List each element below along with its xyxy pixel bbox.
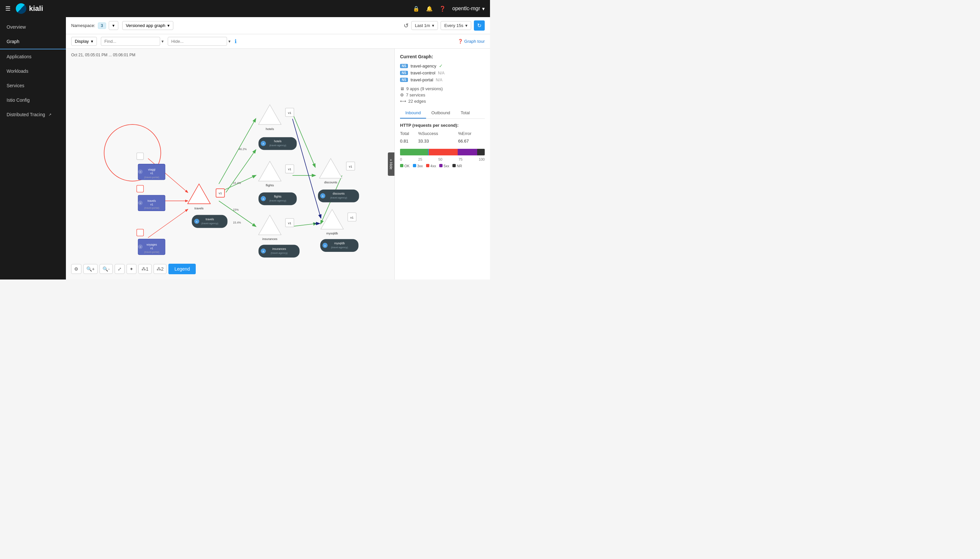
svg-text:(travel-agency): (travel-agency) [330,196,347,199]
namespace-box-button[interactable]: ✦ [126,264,136,274]
graph-type-dropdown[interactable]: Versioned app graph ▾ [122,21,173,30]
graph-area: Oct 21, 05:05:01 PM ... 05:06:01 PM [66,49,490,280]
node-travels-triangle[interactable] [188,184,211,204]
svg-text:A: A [263,198,264,200]
node-hotels-triangle[interactable] [258,105,281,124]
hide-input[interactable] [168,37,227,46]
svg-text:v1: v1 [288,167,291,171]
user-menu[interactable]: opentlc-mgr ▾ [453,6,485,12]
svg-text:(travel-portal): (travel-portal) [144,251,159,253]
edge-voyages-travels [148,209,187,238]
node-mysqldb-triangle[interactable] [321,209,344,229]
layout-button[interactable]: ⚙ [71,264,81,274]
bar-ok [400,149,428,155]
bar-5xx [458,149,477,155]
graph-canvas[interactable]: Oct 21, 05:05:01 PM ... 05:06:01 PM [66,49,395,280]
hide-dropdown-icon[interactable]: ▾ [228,39,230,44]
namespace-entry-travel-agency: NS travel-agency ✓ [400,63,485,68]
col-error: %Error [458,131,485,137]
graph-tour-label: Graph tour [464,39,485,44]
svg-text:v1: v1 [349,165,352,168]
display-label: Display [75,39,89,44]
time-range-dropdown[interactable]: Last 1m ▾ [411,21,438,30]
hide-panel-button[interactable]: » Hide [388,152,395,176]
user-dropdown-icon: ▾ [482,6,485,12]
node-flights-triangle[interactable] [258,161,281,181]
edge-label-154a: 15.4% [233,181,241,185]
svg-text:v1: v1 [288,221,291,225]
node-insurances-triangle[interactable] [258,215,281,235]
find-dropdown-icon[interactable]: ▾ [161,39,164,44]
node-voyages-svc[interactable] [137,229,144,236]
hamburger-menu[interactable]: ☰ [5,5,10,12]
sidebar-item-label: Istio Config [7,98,30,103]
svg-text:v1: v1 [350,216,353,219]
node-viaggi-svc[interactable] [137,153,144,160]
sidebar-item-distributed-tracing[interactable]: Distributed Tracing ↗ [0,108,66,122]
svg-text:travels: travels [148,199,156,202]
sidebar-item-label: Overview [7,24,26,30]
help-icon[interactable]: ❓ [439,6,446,12]
main-content: Namespace: 3 ▾ Versioned app graph ▾ ↺ L… [66,17,490,280]
node-travels-portal-svc[interactable] [137,185,144,192]
svg-text:A: A [196,221,198,223]
bar-label-25: 25 [418,157,422,161]
tab-outbound[interactable]: Outbound [426,108,455,119]
refresh-button[interactable]: ↻ [474,20,485,31]
apps-stat: 9 apps (9 versions) [406,86,443,91]
legend-button[interactable]: Legend [168,264,196,274]
ns-status-control: N/A [438,71,444,75]
svg-text:voyages: voyages [146,243,157,246]
bell-icon[interactable]: 🔔 [426,6,433,12]
svg-text:insurances: insurances [272,247,286,251]
ns-status-ok: ✓ [439,63,443,68]
graph-tour-link[interactable]: ❓ Graph tour [458,39,485,44]
zoom-in-button[interactable]: 🔍+ [83,264,98,274]
svg-text:(travel-portal): (travel-portal) [144,207,159,209]
http-title: HTTP (requests per second): [400,123,485,128]
zoom-out-button[interactable]: 🔍- [99,264,113,274]
panel-title: Current Graph: [400,54,485,59]
kiali-logo: kiali [16,3,43,14]
graph-controls: ⚙ 🔍+ 🔍- ⤢ ✦ ⁂1 ⁂2 Legend [71,264,196,274]
bar-track [400,149,485,155]
ns-status-portal: N/A [436,78,443,82]
info-icon[interactable]: ℹ [235,38,237,45]
val-total: 0.81 [400,137,418,145]
sidebar: Overview Graph Applications Workloads Se… [0,17,66,280]
tab-total[interactable]: Total [455,108,475,119]
ns-name-control: travel-control [411,71,435,75]
edges-icon: ⟷ [400,99,406,104]
sidebar-item-applications[interactable]: Applications [0,50,66,64]
display-dropdown[interactable]: Display ▾ [71,37,97,46]
sidebar-item-label: Services [7,83,24,88]
sidebar-item-graph[interactable]: Graph [0,34,66,50]
refresh-rate-dropdown[interactable]: Every 15s ▾ [441,21,471,30]
fit-button[interactable]: ⤢ [115,264,124,274]
sidebar-item-workloads[interactable]: Workloads [0,64,66,78]
legend-nr: NR [453,164,462,168]
node-discounts-triangle[interactable] [319,158,342,178]
panel-tabs: Inbound Outbound Total [400,108,485,119]
svg-text:+: + [140,246,141,248]
ns-badge-portal: NS [400,78,408,82]
ns-badge-control: NS [400,71,408,75]
cluster2-button[interactable]: ⁂2 [154,264,167,274]
sidebar-item-istio-config[interactable]: Istio Config [0,93,66,108]
graph-type-label: Versioned app graph [126,23,166,28]
bar-nr [477,149,485,155]
cluster1-button[interactable]: ⁂1 [138,264,152,274]
find-input[interactable] [101,37,160,46]
tab-inbound[interactable]: Inbound [400,108,426,119]
sidebar-item-services[interactable]: Services [0,78,66,93]
namespace-dropdown[interactable]: ▾ [109,21,118,30]
bar-4xx [429,149,458,155]
http-row: 0.81 33.33 66.67 [400,137,485,145]
time-refresh-icon[interactable]: ↺ [404,22,409,29]
graph-stats: 🖥 9 apps (9 versions) ⚙ 7 services ⟷ 22 … [400,86,485,104]
sidebar-item-overview[interactable]: Overview [0,20,66,34]
svg-text:A: A [263,250,264,253]
lock-icon[interactable]: 🔒 [413,6,420,12]
node-viaggi-label: viaggi [148,168,156,171]
node-flights-svc-label: flights [265,184,274,187]
